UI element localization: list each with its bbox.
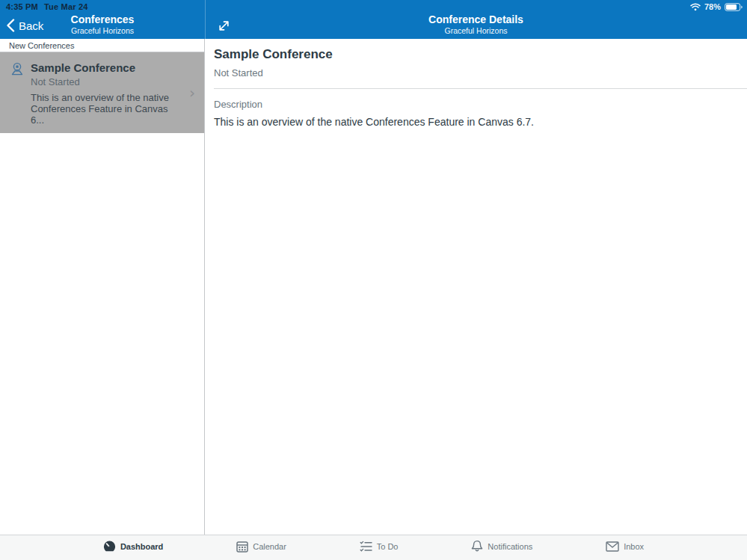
detail-description-block: Description This is an overview of the n…: [205, 99, 747, 128]
status-date: Tue Mar 24: [44, 2, 88, 11]
battery-percent: 78%: [704, 2, 721, 11]
nav-row: Back Conferences Graceful Horizons: [0, 12, 747, 39]
right-subtitle: Graceful Horizons: [205, 26, 747, 35]
tab-label: Inbox: [624, 542, 644, 551]
conference-app: 4:35 PM Tue Mar 24 78%: [0, 0, 747, 560]
tab-label: Notifications: [488, 542, 532, 551]
expand-button[interactable]: [205, 19, 231, 33]
header: 4:35 PM Tue Mar 24 78%: [0, 0, 747, 39]
list-section-header: New Conferences: [0, 39, 204, 52]
detail-title: Sample Conference: [214, 46, 747, 63]
left-nav-bar: Back Conferences Graceful Horizons: [0, 12, 205, 39]
status-time: 4:35 PM: [6, 2, 38, 11]
conference-detail-panel: Sample Conference Not Started Descriptio…: [205, 39, 747, 535]
list-item-description: This is an overview of the native Confer…: [31, 92, 182, 126]
bottom-tab-bar: Dashboard Calendar: [0, 535, 747, 560]
detail-divider: [214, 88, 747, 89]
status-bar: 4:35 PM Tue Mar 24 78%: [0, 0, 747, 12]
dashboard-icon: [103, 541, 116, 552]
list-item-title: Sample Conference: [31, 61, 182, 75]
inbox-icon: [606, 541, 619, 552]
conference-list-item-selected[interactable]: Sample Conference Not Started This is an…: [0, 52, 204, 133]
chevron-right-icon: ›: [189, 85, 195, 100]
chevron-left-icon: [6, 19, 15, 32]
tab-calendar[interactable]: Calendar: [236, 541, 286, 553]
tab-label: To Do: [377, 542, 399, 551]
expand-arrows-icon: [217, 19, 231, 33]
wifi-icon: [690, 3, 701, 11]
tab-notifications[interactable]: Notifications: [471, 540, 532, 553]
status-time-date: 4:35 PM Tue Mar 24: [6, 2, 88, 11]
conference-list-panel: New Conferences Sample Conference Not St…: [0, 39, 205, 535]
todo-icon: [360, 541, 372, 553]
list-item-status: Not Started: [31, 76, 182, 89]
split-view: New Conferences Sample Conference Not St…: [0, 39, 747, 535]
description-label: Description: [214, 99, 747, 110]
back-label: Back: [19, 19, 43, 32]
tab-inbox[interactable]: Inbox: [606, 541, 644, 552]
webcam-icon: [10, 61, 31, 76]
calendar-icon: [236, 541, 248, 553]
list-item-text: Sample Conference Not Started This is an…: [31, 61, 182, 126]
battery-icon: [725, 3, 743, 11]
detail-header-block: Sample Conference Not Started: [205, 46, 747, 79]
tab-dashboard[interactable]: Dashboard: [103, 541, 163, 552]
detail-status: Not Started: [214, 67, 747, 79]
right-panel-title: Conference Details Graceful Horizons: [205, 13, 747, 35]
right-nav-bar: Conference Details Graceful Horizons: [205, 12, 747, 39]
back-button[interactable]: Back: [0, 19, 43, 32]
description-text: This is an overview of the native Confer…: [214, 116, 747, 128]
tab-label: Dashboard: [120, 542, 163, 551]
status-indicators: 78%: [690, 2, 743, 11]
tab-todo[interactable]: To Do: [360, 541, 399, 553]
right-title: Conference Details: [205, 13, 747, 26]
tab-label: Calendar: [253, 542, 286, 551]
notifications-icon: [471, 540, 483, 553]
